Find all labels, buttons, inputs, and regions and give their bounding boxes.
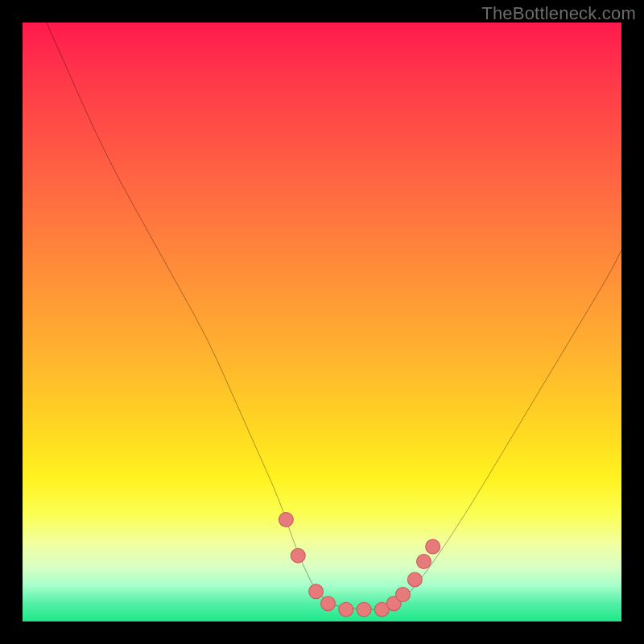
curve-marker-11 — [426, 539, 440, 554]
curve-marker-10 — [417, 555, 431, 569]
bottleneck-svg — [23, 23, 621, 621]
bottleneck-curve-path — [47, 23, 621, 609]
plot-area — [23, 23, 621, 621]
watermark-text: TheBottleneck.com — [481, 3, 636, 24]
curve-marker-5 — [357, 602, 371, 617]
curve-marker-4 — [339, 602, 353, 617]
chart-frame: TheBottleneck.com — [0, 0, 644, 644]
curve-marker-1 — [291, 548, 305, 563]
curve-marker-9 — [407, 572, 422, 587]
curve-marker-2 — [309, 584, 324, 599]
curve-marker-3 — [321, 597, 336, 611]
curve-marker-8 — [396, 588, 411, 602]
curve-marker-0 — [279, 513, 293, 527]
